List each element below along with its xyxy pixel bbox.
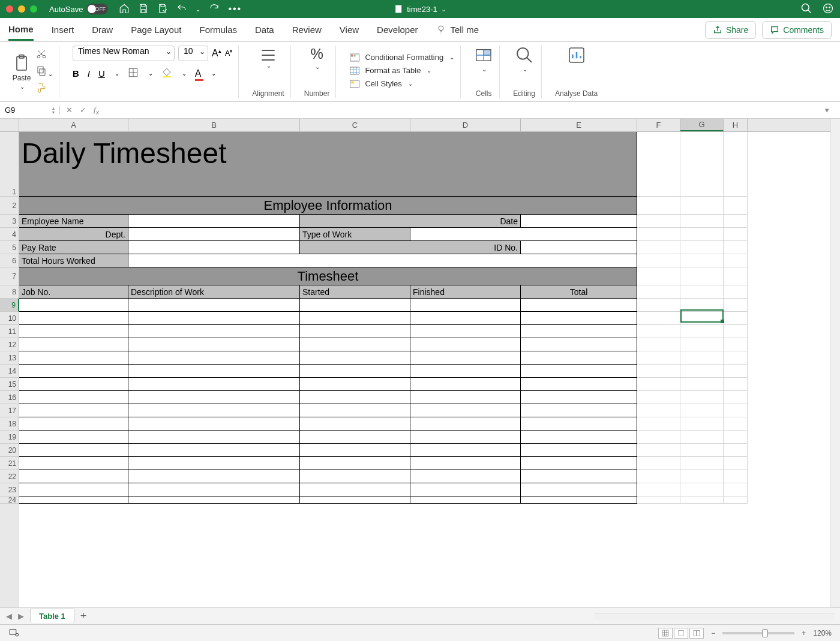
font-name-select[interactable]: Times New Roman (73, 46, 175, 61)
cell-cB-12[interactable] (128, 338, 300, 351)
paste-button[interactable]: Paste ⌄ (12, 53, 31, 90)
conditional-formatting-button[interactable]: Conditional Formatting⌄ (349, 52, 454, 63)
redo-icon[interactable] (209, 3, 220, 16)
tab-page-layout[interactable]: Page Layout (131, 20, 181, 40)
select-all-corner[interactable] (0, 119, 19, 131)
zoom-in-button[interactable]: + (802, 629, 806, 637)
tell-me-search[interactable]: Tell me (436, 25, 479, 35)
view-page-break-button[interactable] (689, 628, 704, 639)
bold-button[interactable]: B (73, 68, 79, 79)
row-header-21[interactable]: 21 (0, 457, 19, 470)
row-header-2[interactable]: 2 (0, 197, 19, 215)
row-header-23[interactable]: 23 (0, 483, 19, 496)
alignment-button[interactable]: ⌄ (252, 46, 284, 73)
cell-cA-15[interactable] (19, 378, 128, 391)
tab-developer[interactable]: Developer (377, 20, 418, 40)
col-header-E[interactable]: E (521, 119, 637, 131)
row-header-11[interactable]: 11 (0, 325, 19, 338)
cell-cD-23[interactable] (410, 483, 521, 496)
row-header-18[interactable]: 18 (0, 417, 19, 431)
col-header-H[interactable]: H (724, 119, 748, 131)
cell-cC-12[interactable] (300, 338, 410, 351)
cell-cE-9[interactable] (521, 299, 637, 312)
cell-cC-18[interactable] (300, 417, 410, 431)
row-header-4[interactable]: 4 (0, 228, 19, 241)
row-header-15[interactable]: 15 (0, 378, 19, 391)
cell-cC-22[interactable] (300, 470, 410, 483)
tab-draw[interactable]: Draw (92, 20, 113, 40)
cell-cC-15[interactable] (300, 378, 410, 391)
document-title[interactable]: time23-1 ⌄ (394, 4, 446, 14)
cell-cC-13[interactable] (300, 351, 410, 365)
cell-cC-24[interactable] (300, 496, 410, 504)
format-painter-icon[interactable] (36, 82, 53, 95)
share-button[interactable]: Share (705, 21, 756, 39)
sheet-next-icon[interactable]: ▶ (18, 612, 24, 621)
increase-font-icon[interactable]: A▴ (212, 48, 221, 59)
cell-cB-10[interactable] (128, 312, 300, 325)
cell-totalhours-value[interactable] (128, 254, 637, 267)
cell-cB-15[interactable] (128, 378, 300, 391)
row-header-16[interactable]: 16 (0, 391, 19, 404)
cell-cA-9[interactable] (19, 299, 128, 312)
cells-button[interactable]: ⌄ (474, 46, 493, 73)
cell-cA-18[interactable] (19, 417, 128, 431)
spreadsheet-grid[interactable]: A B C D E F G H 1 2 3 4 5 6 7 8 9 10 11 … (0, 119, 840, 610)
close-window-button[interactable] (6, 5, 13, 13)
cell-cA-13[interactable] (19, 351, 128, 365)
cell-cB-24[interactable] (128, 496, 300, 504)
cell-cD-24[interactable] (410, 496, 521, 504)
cell-cE-20[interactable] (521, 444, 637, 457)
cell-cA-17[interactable] (19, 404, 128, 417)
cell-idno-value[interactable] (521, 241, 637, 254)
row-header-24[interactable]: 24 (0, 496, 19, 504)
cell-cB-22[interactable] (128, 470, 300, 483)
cell-cB-13[interactable] (128, 351, 300, 365)
minimize-window-button[interactable] (18, 5, 25, 13)
chevron-down-icon[interactable]: ⌄ (441, 5, 446, 13)
row-header-14[interactable]: 14 (0, 365, 19, 378)
cell-cA-24[interactable] (19, 496, 128, 504)
fill-color-button[interactable] (161, 67, 172, 80)
underline-button[interactable]: U (98, 68, 105, 79)
cell-cD-11[interactable] (410, 325, 521, 338)
row-header-9[interactable]: 9 (0, 299, 19, 312)
view-normal-button[interactable] (658, 628, 673, 639)
font-size-select[interactable]: 10 (178, 46, 208, 61)
smiley-icon[interactable] (822, 2, 834, 16)
cell-cB-18[interactable] (128, 417, 300, 431)
cell-cE-12[interactable] (521, 338, 637, 351)
cell-section2[interactable]: Timesheet (19, 267, 637, 285)
col-header-A[interactable]: A (19, 119, 128, 131)
cell-cC-10[interactable] (300, 312, 410, 325)
cell-cB-21[interactable] (128, 457, 300, 470)
cell-cD-15[interactable] (410, 378, 521, 391)
cell-cE-16[interactable] (521, 391, 637, 404)
autosave-toggle[interactable]: AutoSave OFF (49, 4, 108, 14)
cell-cD-14[interactable] (410, 365, 521, 378)
tab-review[interactable]: Review (292, 20, 322, 40)
copy-icon[interactable]: ⌄ (36, 65, 53, 79)
cell-cA-22[interactable] (19, 470, 128, 483)
cell-cB-16[interactable] (128, 391, 300, 404)
accept-formula-icon[interactable]: ✓ (80, 106, 86, 115)
cell-typework-value[interactable] (410, 228, 637, 241)
cell-cC-21[interactable] (300, 457, 410, 470)
cell-cE-19[interactable] (521, 431, 637, 444)
cell-cD-18[interactable] (410, 417, 521, 431)
horizontal-scrollbar[interactable] (594, 613, 834, 620)
cell-cE-11[interactable] (521, 325, 637, 338)
zoom-out-button[interactable]: − (711, 629, 715, 637)
tab-view[interactable]: View (340, 20, 359, 40)
format-as-table-button[interactable]: Format as Table⌄ (349, 65, 454, 76)
cell-emp-name-value[interactable] (128, 215, 300, 228)
col-header-F[interactable]: F (637, 119, 680, 131)
col-header-G[interactable]: G (680, 119, 724, 131)
cell-hdr-job[interactable]: Job No. (19, 285, 128, 299)
cancel-formula-icon[interactable]: ✕ (66, 106, 73, 115)
cell-cC-16[interactable] (300, 391, 410, 404)
tab-insert[interactable]: Insert (52, 20, 74, 40)
cell-cB-20[interactable] (128, 444, 300, 457)
tab-home[interactable]: Home (8, 19, 34, 41)
cell-cB-9[interactable] (128, 299, 300, 312)
